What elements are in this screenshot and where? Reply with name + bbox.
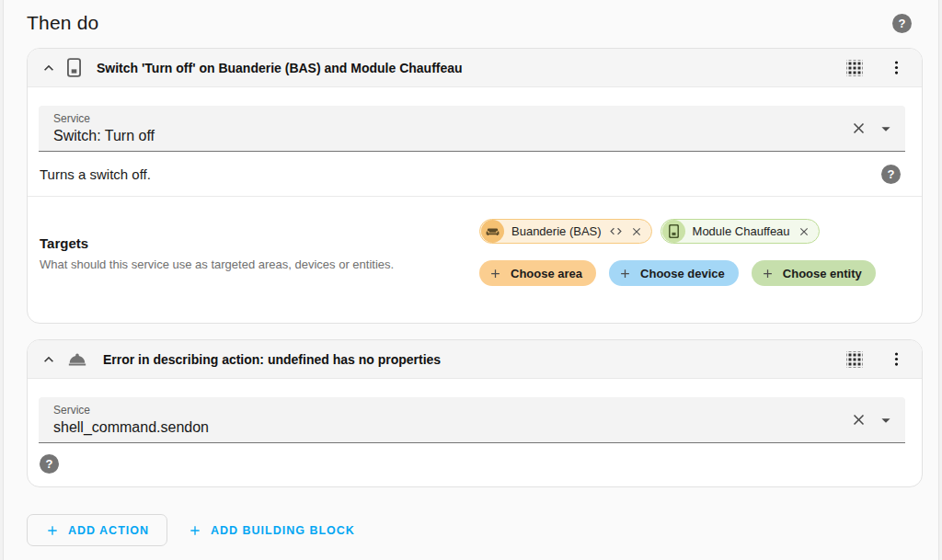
device-avatar (662, 220, 685, 243)
choose-targets-row: Choose area Choose device Choose entity (479, 260, 908, 286)
action-card-switch-turn-off: Switch 'Turn off' on Buanderie (BAS) and… (27, 48, 923, 324)
target-chip-label: Module Chauffeau (693, 224, 790, 238)
actions-footer: ADD ACTION ADD BUILDING BLOCK (27, 514, 938, 558)
overflow-menu-button[interactable] (885, 346, 907, 373)
targets-subtitle: What should this service use as targeted… (40, 257, 479, 271)
choose-entity-button[interactable]: Choose entity (752, 260, 876, 286)
page-title: Then do (27, 12, 98, 34)
light-switch-icon (67, 58, 81, 77)
chevron-up-icon (40, 350, 58, 369)
service-description-row: Turns a switch off. ? (28, 152, 922, 196)
plus-icon (618, 267, 632, 280)
service-help-icon[interactable]: ? (881, 165, 901, 184)
collapse-button[interactable] (35, 54, 63, 82)
help-glyph: ? (46, 457, 53, 471)
action-card-body: Service Switch: Turn off Turns a switch … (28, 106, 922, 323)
area-avatar (481, 220, 504, 243)
add-action-button[interactable]: ADD ACTION (27, 514, 167, 546)
chooser-label: Choose entity (783, 267, 862, 280)
clear-service-button[interactable] (850, 411, 867, 429)
close-icon (850, 411, 867, 429)
add-action-label: ADD ACTION (68, 524, 149, 537)
service-select[interactable]: Service Switch: Turn off (39, 106, 905, 152)
plus-icon (488, 267, 502, 280)
kebab-menu-icon (888, 350, 905, 368)
room-service-icon (67, 349, 87, 370)
service-field-label: Service (53, 113, 850, 125)
action-card-header[interactable]: Error in describing action: undefined ha… (28, 340, 922, 379)
clear-service-button[interactable] (850, 120, 867, 137)
close-icon (850, 120, 867, 137)
plus-icon (188, 523, 202, 538)
chevron-down-icon (876, 410, 896, 430)
chooser-label: Choose device (640, 267, 725, 280)
help-icon[interactable]: ? (892, 14, 912, 33)
kebab-menu-icon (888, 59, 905, 76)
page-header: Then do ? (4, 0, 938, 48)
service-help-icon[interactable]: ? (40, 454, 59, 474)
action-card-shell-command: Error in describing action: undefined ha… (27, 339, 923, 487)
drag-handle-icon[interactable] (846, 351, 863, 368)
chevron-down-icon (876, 119, 896, 139)
automation-actions-panel: Then do ? Switch 'Turn off' on Buanderie… (3, 0, 939, 560)
overflow-menu-button[interactable] (885, 54, 907, 82)
service-field-label: Service (53, 405, 850, 417)
action-card-header[interactable]: Switch 'Turn off' on Buanderie (BAS) and… (28, 49, 922, 87)
help-glyph: ? (888, 167, 895, 181)
action-card-title: Error in describing action: undefined ha… (103, 352, 441, 367)
target-chip-label: Buanderie (BAS) (511, 224, 602, 238)
service-field-text: Service shell_command.sendon (53, 405, 850, 436)
sofa-icon (486, 224, 500, 238)
remove-target-button[interactable] (798, 225, 810, 238)
plus-icon (761, 267, 775, 280)
device-icon (669, 224, 679, 238)
help-glyph: ? (899, 17, 906, 30)
add-building-block-button[interactable]: ADD BUILDING BLOCK (177, 514, 366, 546)
service-description: Turns a switch off. (40, 166, 151, 182)
targets-section: Targets What should this service use as … (28, 197, 922, 323)
service-field-value: shell_command.sendon (53, 418, 850, 436)
choose-device-button[interactable]: Choose device (609, 260, 739, 286)
chooser-label: Choose area (511, 267, 582, 280)
add-building-block-label: ADD BUILDING BLOCK (211, 524, 355, 537)
close-icon (798, 225, 810, 238)
expand-area-icon[interactable] (609, 224, 623, 238)
dropdown-toggle-button[interactable] (876, 119, 896, 139)
close-icon (630, 225, 643, 238)
choose-area-button[interactable]: Choose area (479, 260, 596, 286)
target-chip-device-module-chauffeau[interactable]: Module Chauffeau (661, 219, 820, 244)
service-field-value: Switch: Turn off (53, 127, 850, 144)
targets-chip-area: Buanderie (BAS) (479, 219, 908, 286)
dropdown-toggle-button[interactable] (876, 410, 896, 430)
remove-target-button[interactable] (630, 225, 643, 238)
service-field-text: Service Switch: Turn off (53, 113, 850, 144)
chevron-up-icon (40, 59, 58, 77)
action-card-body: Service shell_command.sendon ? (28, 397, 922, 474)
action-card-title: Switch 'Turn off' on Buanderie (BAS) and… (97, 61, 463, 75)
targets-description: Targets What should this service use as … (40, 219, 479, 286)
selected-targets-row: Buanderie (BAS) (479, 219, 908, 244)
drag-handle-icon[interactable] (846, 60, 863, 76)
collapse-button[interactable] (35, 346, 63, 373)
plus-icon (45, 523, 60, 538)
service-select[interactable]: Service shell_command.sendon (39, 397, 905, 443)
target-chip-area-buanderie[interactable]: Buanderie (BAS) (479, 219, 652, 244)
targets-title: Targets (40, 235, 479, 251)
